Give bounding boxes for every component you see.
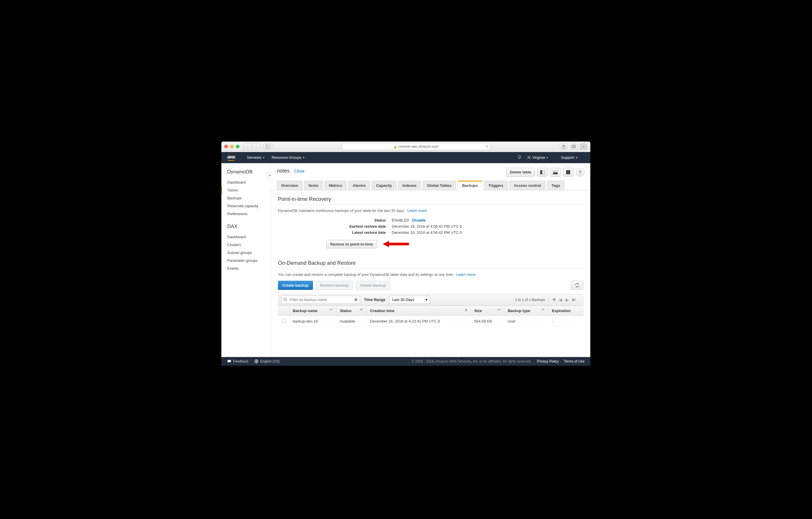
tab-triggers[interactable]: Triggers — [484, 181, 508, 190]
tab-items[interactable]: Items — [304, 181, 323, 190]
search-icon — [283, 297, 287, 302]
language-selector[interactable]: English (US) — [254, 359, 280, 363]
ondemand-heading: On-Demand Backup and Restore — [278, 260, 583, 268]
tab-backups[interactable]: Backups — [458, 181, 482, 190]
panel-layout-left-icon[interactable] — [537, 168, 548, 176]
window-minimize-icon[interactable] — [230, 145, 234, 148]
pitr-disable-link[interactable]: Disable — [412, 218, 426, 222]
pitr-earliest-value: December 18, 2018 at 4:56:42 PM UTC-5 — [392, 224, 583, 228]
notifications-icon[interactable] — [517, 155, 522, 160]
sidebar-item-dax-parameter-groups[interactable]: Parameter groups — [227, 256, 271, 265]
address-bar[interactable]: 🔒 console.aws.amazon.com ↻ — [342, 143, 491, 150]
sidebar-item-dashboard[interactable]: Dashboard — [227, 179, 271, 186]
sidebar-item-dax-events[interactable]: Events — [227, 265, 271, 272]
window-close-icon[interactable] — [224, 145, 228, 148]
aws-logo[interactable]: aws — [227, 155, 235, 161]
pitr-earliest-label: Earliest restore date — [278, 224, 386, 228]
feedback-link[interactable]: Feedback — [227, 359, 249, 363]
main-content: notes Close Delete table ? Overview Item… — [271, 163, 590, 357]
tabs: Overview Items Metrics Alarms Capacity I… — [271, 176, 590, 190]
tab-global-tables[interactable]: Global Tables — [423, 181, 456, 190]
sort-icon: ▴▾ — [465, 308, 467, 312]
clear-filter-icon[interactable]: ✕ — [354, 297, 358, 302]
tab-alarms[interactable]: Alarms — [348, 181, 370, 190]
sidebar-item-tables[interactable]: Tables — [221, 186, 271, 194]
tab-indexes[interactable]: Indexes — [398, 181, 421, 190]
url-text: console.aws.amazon.com — [398, 144, 438, 148]
sidebar-item-dax-subnet-groups[interactable]: Subnet groups — [227, 249, 271, 256]
lock-icon: 🔒 — [394, 145, 397, 148]
col-backup-type[interactable]: Backup type▴▾ — [504, 306, 548, 316]
privacy-link[interactable]: Privacy Policy — [537, 359, 559, 363]
sidebar-item-dax-clusters[interactable]: Clusters — [227, 241, 271, 249]
pager-info: 1 to 1 of 1 Backups — [515, 298, 545, 302]
col-creation-time[interactable]: Creation time▴▾ — [366, 306, 470, 316]
sort-icon: ▴▾ — [360, 308, 363, 310]
svg-rect-4 — [573, 145, 576, 147]
panel-layout-full-icon[interactable] — [563, 168, 573, 176]
delete-table-button[interactable]: Delete table — [506, 168, 535, 176]
window-maximize-icon[interactable] — [236, 145, 239, 148]
col-expiration[interactable]: Expiration — [548, 306, 583, 316]
restore-backup-button: Restore backup — [316, 281, 353, 290]
sidebar-item-dax-dashboard[interactable]: Dashboard — [227, 233, 271, 241]
create-backup-button[interactable]: Create backup — [278, 281, 313, 290]
svg-rect-3 — [572, 146, 575, 148]
services-menu[interactable]: Services▾ — [247, 155, 265, 160]
tab-overview[interactable]: Overview — [277, 181, 302, 190]
close-link[interactable]: Close — [294, 169, 304, 173]
tab-access-control[interactable]: Access control — [510, 181, 545, 190]
col-size[interactable]: Size▴▾ — [471, 306, 504, 316]
col-backup-name[interactable]: Backup name▴▾ — [289, 306, 336, 316]
backup-filter-input[interactable] — [281, 296, 360, 304]
pager-last-icon[interactable]: ▶⎸ — [571, 297, 580, 302]
resource-groups-menu[interactable]: Resource Groups▾ — [271, 155, 304, 160]
reload-icon[interactable]: ↻ — [486, 144, 489, 148]
cell-backup-type: User — [504, 316, 548, 327]
svg-rect-7 — [553, 170, 558, 172]
terms-link[interactable]: Terms of Use — [564, 359, 584, 363]
pager-first-icon[interactable]: ⎸◀ — [547, 297, 556, 302]
delete-backup-button: Delete backup — [356, 281, 390, 290]
sidebar-heading-dax: DAX — [227, 224, 271, 229]
pitr-heading: Point-in-time Recovery — [278, 196, 583, 204]
panel-layout-bottom-icon[interactable] — [550, 168, 560, 176]
svg-rect-8 — [553, 172, 558, 174]
new-tab-button[interactable]: + — [580, 143, 587, 150]
tab-capacity[interactable]: Capacity — [372, 181, 396, 190]
pitr-description: DynamoDB maintains continuous backups of… — [278, 209, 583, 213]
tabs-icon[interactable] — [570, 143, 578, 150]
sort-icon: ▴▾ — [498, 308, 500, 310]
sidebar-collapse-button[interactable]: ◀ — [267, 172, 271, 179]
restore-pitr-button[interactable]: Restore to point-in-time — [326, 240, 377, 248]
time-range-select[interactable]: Last 30 Days ▾ — [389, 296, 430, 304]
sidebar-item-preferences[interactable]: Preferences — [227, 210, 271, 218]
region-selector[interactable]: N. Virginia▾ — [528, 155, 548, 160]
svg-line-12 — [286, 300, 287, 301]
pitr-latest-label: Latest restore date — [278, 230, 386, 235]
ondemand-learn-more-link[interactable]: Learn more — [456, 272, 475, 277]
sidebar-item-backups[interactable]: Backups — [227, 194, 271, 202]
tab-tags[interactable]: Tags — [547, 181, 564, 190]
pitr-learn-more-link[interactable]: Learn more — [407, 209, 427, 213]
pager-next-icon[interactable]: ▶ — [564, 297, 570, 302]
support-menu[interactable]: Support▾ — [561, 155, 578, 160]
tab-metrics[interactable]: Metrics — [325, 181, 347, 190]
table-row[interactable]: backup-dec-18 Available December 18, 201… — [278, 316, 583, 327]
pager-prev-icon[interactable]: ◀ — [558, 297, 563, 302]
sidebar-heading-dynamodb: DynamoDB — [227, 169, 271, 175]
time-range-label: Time Range — [364, 297, 385, 302]
footer: Feedback English (US) © 2008 - 2018, Ama… — [221, 357, 590, 366]
share-icon[interactable] — [560, 143, 568, 150]
cell-creation-time: December 18, 2018 at 4:23:41 PM UTC-5 — [366, 316, 470, 327]
cell-backup-name: backup-dec-18 — [289, 316, 336, 327]
row-select-radio[interactable] — [282, 319, 286, 323]
back-button[interactable]: ‹ — [244, 143, 252, 150]
help-icon[interactable]: ? — [576, 168, 584, 176]
col-status[interactable]: Status▴▾ — [336, 306, 366, 316]
sidebar-toggle-icon[interactable] — [263, 143, 272, 150]
aws-header: aws Services▾ Resource Groups▾ N. Virgin… — [221, 152, 590, 163]
refresh-button[interactable] — [571, 281, 583, 290]
forward-button[interactable]: › — [252, 143, 260, 150]
sidebar-item-reserved-capacity[interactable]: Reserved capacity — [227, 202, 271, 210]
